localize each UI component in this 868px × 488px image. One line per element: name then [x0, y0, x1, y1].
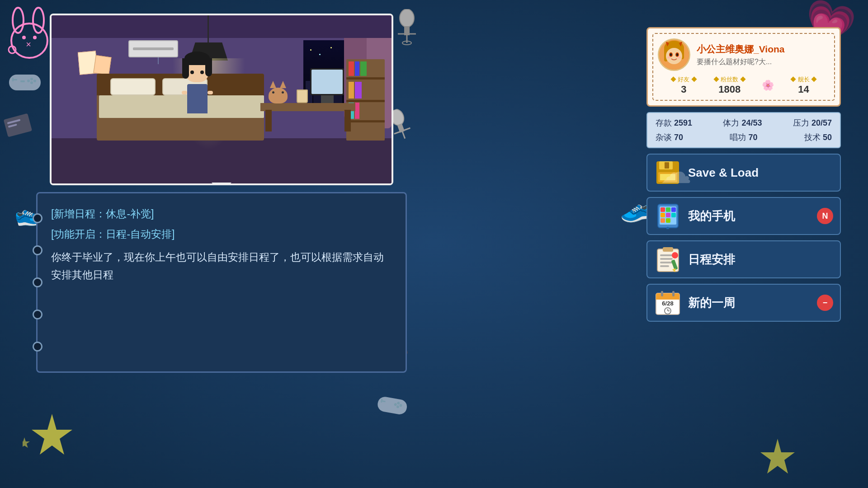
savings-stat: 存款 2591: [656, 117, 692, 128]
svg-point-20: [33, 80, 36, 82]
svg-text:×: ×: [26, 39, 31, 49]
svg-point-30: [397, 402, 400, 405]
stress-stat: 压力 20/57: [793, 117, 832, 128]
svg-rect-60: [660, 207, 665, 212]
svg-rect-55: [665, 162, 669, 169]
svg-point-11: [402, 41, 411, 45]
star-decoration-1: [23, 409, 81, 465]
scene-area: [50, 14, 393, 185]
svg-point-6: [9, 46, 16, 53]
svg-point-2: [33, 8, 44, 33]
new-week-badge: −: [817, 295, 833, 311]
friends-label: 好友: [678, 76, 689, 83]
svg-rect-67: [666, 218, 670, 223]
svg-point-7: [400, 9, 414, 27]
fans-label: 粉丝数: [721, 76, 738, 83]
bunny-decoration: ×: [2, 2, 57, 63]
schedule-label: 日程安排: [688, 252, 833, 267]
svg-point-19: [30, 78, 33, 80]
svg-point-52: [677, 56, 681, 59]
svg-marker-39: [760, 439, 795, 474]
svg-point-50: [676, 53, 678, 56]
svg-point-32: [396, 405, 399, 408]
action-buttons: Save & Load: [646, 154, 841, 322]
profile-card: 小公主维奥娜_Viona 要播什么题材好呢?大... ◆ 好友 ◆ 3 ◆ 粉丝…: [646, 27, 841, 107]
svg-rect-74: [660, 265, 669, 267]
svg-rect-66: [660, 218, 665, 223]
right-panel: 小公主维奥娜_Viona 要播什么题材好呢?大... ◆ 好友 ◆ 3 ◆ 粉丝…: [646, 27, 841, 322]
svg-point-31: [399, 404, 402, 407]
svg-point-22: [27, 80, 30, 82]
calendar-icon: 6/28: [654, 289, 681, 316]
ship-label: 舰长: [798, 76, 810, 83]
svg-line-15: [402, 131, 405, 139]
svg-rect-29: [381, 399, 382, 403]
svg-rect-17: [14, 79, 17, 80]
svg-rect-82: [672, 291, 675, 296]
stamina-stat: 体力 24/53: [723, 117, 762, 128]
svg-rect-70: [663, 247, 673, 252]
dialog-line-1: [新增日程：休息-补觉]: [51, 205, 392, 223]
gamepad-decoration-2: [375, 394, 409, 420]
friends-value: 3: [670, 84, 697, 95]
main-layout: ×: [0, 0, 868, 488]
star-decoration-2: [755, 436, 800, 479]
fans-value: 1808: [713, 84, 746, 95]
dialog-area: [新增日程：休息-补觉] [功能开启：日程-自动安排] 你终于毕业了，现在你上午…: [36, 192, 407, 373]
save-load-label: Save & Load: [688, 166, 833, 180]
svg-point-3: [22, 36, 26, 39]
svg-point-77: [672, 252, 678, 258]
profile-name: 小公主维奥娜_Viona: [697, 43, 784, 56]
svg-rect-80: [656, 297, 679, 300]
schedule-icon: [654, 246, 681, 273]
svg-rect-65: [671, 213, 676, 217]
singing-stat: 唱功 70: [730, 132, 757, 143]
svg-point-33: [394, 403, 397, 406]
svg-point-51: [667, 56, 671, 59]
svg-point-4: [33, 36, 37, 39]
svg-rect-72: [660, 258, 673, 260]
phone-icon: [654, 202, 681, 230]
svg-marker-37: [32, 414, 72, 455]
profile-subtitle: 要播什么题材好呢?大...: [697, 57, 784, 67]
ship-value: 14: [790, 84, 817, 95]
svg-point-1: [13, 8, 24, 33]
new-week-label: 新的一周: [688, 295, 833, 311]
avatar: [658, 38, 690, 71]
svg-rect-57: [660, 174, 675, 180]
save-load-button[interactable]: Save & Load: [646, 154, 841, 192]
svg-point-21: [30, 81, 33, 84]
svg-rect-63: [660, 213, 665, 217]
phone-button[interactable]: 我的手机 N: [646, 197, 841, 235]
svg-rect-62: [671, 207, 676, 212]
svg-point-46: [666, 48, 682, 64]
svg-rect-16: [9, 75, 41, 90]
dialog-line-2: [功能开启：日程-自动安排]: [51, 225, 392, 244]
svg-rect-61: [666, 207, 670, 212]
svg-rect-64: [666, 213, 670, 217]
dialog-line-3: 你终于毕业了，现在你上午也可以自由安排日程了，也可以根据需求自动安排其他日程: [51, 249, 392, 284]
mic-decoration-1: [393, 9, 420, 52]
svg-rect-27: [377, 396, 408, 416]
svg-rect-24: [4, 113, 32, 137]
chat-stat: 杂谈 70: [656, 132, 683, 143]
svg-rect-18: [12, 78, 14, 81]
svg-rect-13: [397, 123, 404, 133]
gamepad-decoration-1: [7, 70, 43, 97]
svg-rect-8: [404, 26, 410, 35]
schedule-button[interactable]: 日程安排: [646, 240, 841, 278]
new-week-button[interactable]: 6/28 新的一周 −: [646, 284, 841, 322]
phone-label: 我的手机: [688, 208, 833, 224]
svg-rect-23: [20, 80, 25, 82]
svg-rect-25: [7, 119, 21, 124]
svg-text:6/28: 6/28: [662, 300, 673, 307]
svg-marker-38: [23, 437, 30, 448]
stats-panel: 存款 2591 体力 24/53 压力 20/57 杂谈 70 唱功 70 技术…: [646, 112, 841, 148]
svg-line-14: [394, 128, 410, 134]
svg-rect-26: [8, 124, 17, 128]
card-decoration: [5, 115, 32, 137]
svg-rect-81: [661, 291, 663, 296]
tech-stat: 技术 50: [804, 132, 832, 143]
save-icon: [654, 159, 681, 186]
svg-rect-28: [382, 400, 385, 402]
